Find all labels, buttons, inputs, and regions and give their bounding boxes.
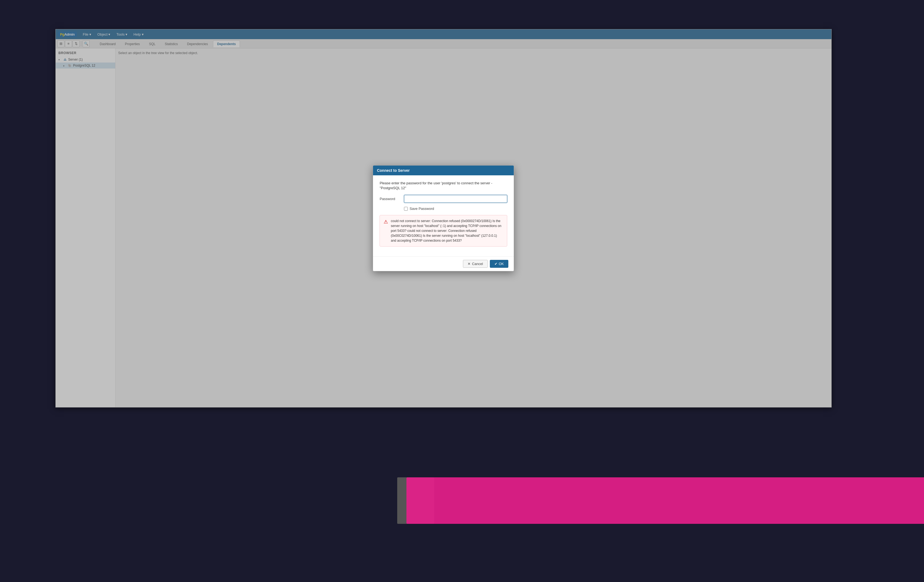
password-row: Password [380,195,507,203]
dialog-header: Connect to Server [373,165,514,175]
cancel-x-icon: ✕ [468,262,470,266]
error-text: could not connect to server: Connection … [391,218,503,243]
ok-check-icon: ✔ [495,262,497,266]
cancel-button[interactable]: ✕ Cancel [463,260,487,268]
password-label: Password [380,197,404,201]
save-password-label: Save Password [409,207,434,211]
dialog-overlay: Connect to Server Please enter the passw… [56,29,832,407]
save-password-row: Save Password [404,207,507,211]
ok-label: OK [499,262,504,266]
bottom-pink-bar [406,477,924,524]
dialog-title: Connect to Server [377,168,410,173]
save-password-checkbox[interactable] [404,207,408,211]
connect-server-dialog: Connect to Server Please enter the passw… [373,165,514,271]
error-box: ⚠ could not connect to server: Connectio… [380,215,507,246]
dialog-footer: ✕ Cancel ✔ OK [373,256,514,271]
error-icon: ⚠ [384,219,388,225]
ok-button[interactable]: ✔ OK [490,260,508,268]
app-window: PgAdmin File ▾ Object ▾ Tools ▾ Help ▾ ⊞… [55,29,832,407]
cancel-label: Cancel [472,262,483,266]
dialog-prompt: Please enter the password for the user '… [380,181,507,190]
password-input[interactable] [404,195,507,203]
dialog-body: Please enter the password for the user '… [373,175,514,256]
